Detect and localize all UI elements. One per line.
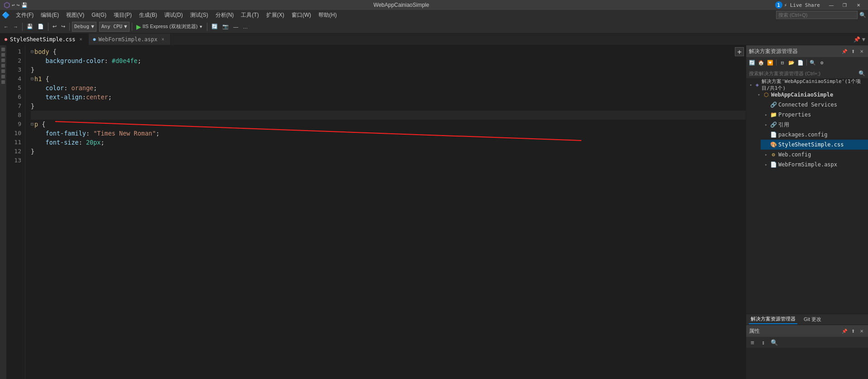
menu-analyze[interactable]: 分析(N) — [212, 10, 238, 20]
se-arrow-btn[interactable]: ⬆ — [849, 48, 857, 55]
notification-badge: 1 — [775, 1, 782, 9]
webform-icon: 📄 — [770, 161, 777, 168]
menu-git[interactable]: Git(G) — [88, 11, 110, 19]
title-bar-redo[interactable]: ↪ — [17, 2, 20, 8]
se-pin-btn[interactable]: 📌 — [841, 48, 848, 55]
se-tab-git[interactable]: Git 更改 — [802, 315, 823, 324]
menu-build[interactable]: 生成(B) — [135, 10, 161, 20]
stylesheet-icon: 🎨 — [770, 141, 777, 148]
se-tool-search2[interactable]: 🔍 — [809, 58, 817, 67]
tab-stylesheet-close[interactable]: × — [78, 36, 84, 42]
code-line-4: ⊟h1 { — [31, 74, 746, 83]
menu-tools[interactable]: 工具(T) — [237, 10, 262, 20]
menu-file[interactable]: 文件(F) — [12, 10, 37, 20]
title-bar-undo[interactable]: ↩ — [12, 2, 15, 8]
se-tab-solution[interactable]: 解决方案资源管理器 — [749, 315, 797, 324]
toolbar-dash[interactable]: — — [231, 23, 240, 30]
menu-debug[interactable]: 调试(D) — [161, 10, 187, 20]
run-button[interactable]: ▶ IIS Express (双核浏览器) ▼ — [134, 22, 205, 31]
toolbar-saveall[interactable]: 📄 — [36, 23, 46, 30]
menu-window[interactable]: 窗口(W) — [288, 10, 315, 20]
expand-project[interactable]: ▾ — [755, 91, 762, 98]
pp-arrow-btn[interactable]: ⬆ — [849, 327, 857, 335]
expand-webconfig[interactable]: ▸ — [762, 151, 770, 158]
menu-project[interactable]: 项目(P) — [110, 10, 135, 20]
code-line-1: ⊟body { — [31, 47, 746, 56]
line-1-num: 1 — [6, 47, 21, 56]
restore-button[interactable]: ❐ — [839, 1, 851, 9]
toolbar-refresh[interactable]: 🔄 — [210, 23, 220, 30]
se-tool-sep — [776, 59, 777, 66]
pp-title-label: 属性 — [749, 327, 760, 335]
tab-webform-close[interactable]: × — [160, 36, 166, 42]
code-content[interactable]: ⊟body { background-color: #d0e4fe; } ⊟h1… — [25, 45, 746, 379]
expand-solution[interactable]: ▸ — [748, 81, 754, 88]
se-tool-showfile[interactable]: 📂 — [787, 58, 796, 67]
code-editor[interactable]: 1 2 3 4 5 6 7 8 9 10 11 12 13 ⊟body { ba… — [6, 45, 746, 379]
minimize-button[interactable]: — — [825, 1, 837, 9]
line-6-num: 6 — [6, 92, 21, 102]
cpu-dropdown[interactable]: Any CPU ▼ — [99, 22, 129, 32]
expand-4[interactable]: ⊟ — [31, 74, 34, 83]
tree-stylesheet[interactable]: 🎨 StyleSheetSimple.css — [761, 140, 868, 150]
se-tool-filter[interactable]: 🔽 — [766, 58, 774, 67]
pp-search-icon[interactable]: 🔍 — [770, 338, 779, 347]
toolbar-screenshot[interactable]: 📷 — [221, 23, 230, 30]
tab-webform[interactable]: ● WebFormSimple.aspx × — [89, 34, 171, 45]
tab-stylesheet[interactable]: ● StyleSheetSimple.css × — [0, 34, 89, 45]
tab-overflow-icon[interactable]: ▼ — [862, 36, 865, 43]
pp-close-btn[interactable]: ✕ — [858, 327, 865, 335]
tree-webform-aspx[interactable]: ▸ 📄 WebFormSimple.aspx — [761, 160, 868, 170]
toolbar-sep-1 — [22, 23, 23, 31]
expand-1[interactable]: ⊟ — [31, 47, 34, 56]
tab-pin-icon[interactable]: 📌 — [854, 36, 860, 43]
tab-bar-right: 📌 ▼ — [851, 34, 868, 45]
close-button[interactable]: ✕ — [853, 1, 864, 9]
expand-webform[interactable]: ▸ — [762, 161, 770, 168]
tree-solution[interactable]: ▸ ◈ 解决方案'WebAppCainiaoSimple'(1个项目/共1个) — [746, 80, 868, 90]
se-search-input[interactable] — [749, 71, 857, 76]
toolbar-undo[interactable]: ↩ — [51, 23, 58, 30]
menu-view[interactable]: 视图(V) — [62, 10, 88, 20]
global-search-input[interactable] — [776, 11, 858, 19]
tree-connected-services[interactable]: 🔗 Connected Services — [761, 100, 868, 110]
expand-9[interactable]: ⊟ — [31, 120, 34, 129]
debug-config-dropdown[interactable]: Debug ▼ — [72, 22, 96, 32]
tree-project-label: WebAppCainiaoSimple — [771, 92, 833, 98]
se-tool-collapseall[interactable]: ⊟ — [778, 58, 786, 67]
menu-edit[interactable]: 编辑(E) — [37, 10, 62, 20]
se-close-btn[interactable]: ✕ — [858, 48, 865, 55]
code-line-10: font-family: "Times New Roman"; — [31, 129, 746, 138]
se-tool-settings[interactable]: ⚙ — [818, 58, 826, 67]
live-share-button[interactable]: ⚡ Live Share — [784, 2, 820, 8]
tree-references[interactable]: ▸ 🔗 引用 — [761, 120, 868, 130]
expand-properties[interactable]: ▸ — [762, 111, 770, 118]
tree-properties[interactable]: ▸ 📁 Properties — [761, 110, 868, 120]
pp-sort-icon[interactable]: ↕ — [759, 338, 768, 347]
toolbar-redo[interactable]: ↪ — [59, 23, 67, 30]
menu-test[interactable]: 测试(S) — [187, 10, 212, 20]
tree-web-config[interactable]: ▸ ⚙ Web.config — [761, 150, 868, 160]
toolbar-more[interactable]: … — [241, 23, 249, 30]
menu-extend[interactable]: 扩展(X) — [263, 10, 288, 20]
menu-help[interactable]: 帮助(H) — [315, 10, 340, 20]
expand-references[interactable]: ▸ — [762, 121, 770, 128]
packages-icon: 📄 — [770, 131, 777, 138]
webconfig-icon: ⚙ — [770, 151, 777, 158]
pp-pin-btn[interactable]: 📌 — [841, 327, 848, 335]
se-tool-sync[interactable]: 🔄 — [748, 58, 756, 67]
toolbar-forward[interactable]: → — [11, 23, 20, 30]
line-8-num: 8 — [6, 111, 21, 120]
toolbar-back[interactable]: ← — [2, 23, 10, 30]
toolbar-sep-3 — [69, 23, 70, 31]
activity-dot-4 — [1, 64, 5, 68]
pp-grid-icon[interactable]: ≡ — [748, 338, 757, 347]
se-search-magnify: 🔍 — [858, 70, 865, 77]
tree-packages-config[interactable]: 📄 packages.config — [761, 130, 868, 140]
title-bar-save-all[interactable]: 💾 — [21, 2, 28, 8]
toolbar-save[interactable]: 💾 — [25, 23, 35, 30]
se-tool-home[interactable]: 🏠 — [757, 58, 765, 67]
menu-bar: 🔷 文件(F) 编辑(E) 视图(V) Git(G) 项目(P) 生成(B) 调… — [0, 10, 868, 20]
editor-add-button[interactable]: + — [735, 47, 744, 56]
se-tool-newfile[interactable]: 📄 — [796, 58, 805, 67]
